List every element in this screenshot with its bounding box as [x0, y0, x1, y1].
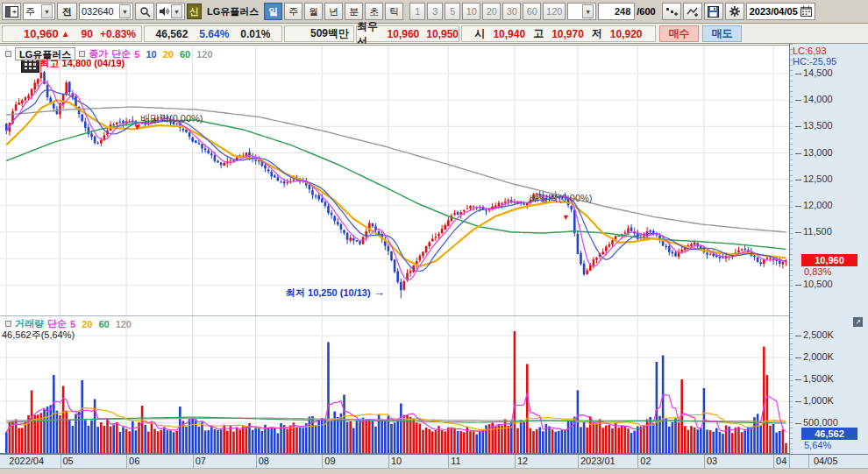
current-price-box: 10,960: [801, 254, 857, 266]
time-axis-tick: [388, 455, 389, 469]
annotation-low: 최저 10,250 (10/13) →: [286, 286, 385, 300]
time-axis-tick: [448, 455, 449, 469]
time-axis-tick: [704, 455, 705, 469]
lc-value: LC:6,93: [793, 46, 827, 56]
time-axis-label: 09: [324, 456, 335, 466]
ma-legend-item: 120: [196, 49, 212, 60]
current-volume-pct: 5,64%: [804, 440, 831, 450]
time-axis-label: 10: [391, 456, 402, 466]
volume-tick-label: 2,000K: [803, 351, 834, 362]
time-axis-label: 05: [63, 456, 74, 466]
time-axis-tick: [808, 455, 809, 469]
stock-chart-window: 주 ▼ 전 032640 ▼ ▼ 신 LG유플러스 일주월년분초틱 135102…: [0, 0, 868, 474]
annotation-ex-dividend-2: 배당락(0,00%): [530, 192, 593, 205]
collapse-toggle-icon[interactable]: [5, 321, 11, 327]
collapse-toggle-icon[interactable]: [79, 51, 85, 57]
expand-pane-icon[interactable]: ↗: [853, 317, 863, 327]
ex-dividend-marker-icon: ▼: [133, 123, 141, 131]
ma-legend-item: 10: [146, 49, 156, 60]
time-axis-tick: [789, 455, 790, 469]
price-axis[interactable]: LC:6,93 HC:-25,95 14,50014,00013,50013,0…: [789, 44, 868, 454]
ma-legend-item: 60: [98, 319, 109, 329]
ma-legend-item: 20: [163, 49, 174, 60]
price-ma-legend: 5102060120: [134, 49, 212, 60]
price-tick-label: 14,500: [803, 67, 833, 78]
price-tick-label: 13,000: [803, 147, 833, 158]
candlestick-chart[interactable]: [0, 0, 868, 474]
volume-tick-label: 1,500K: [803, 373, 834, 384]
time-axis-label: 2022/04: [9, 456, 44, 466]
time-axis-label: 03: [707, 456, 717, 466]
annotation-ex-dividend-1: 배당락(0,00%): [140, 112, 203, 125]
time-axis-tick: [256, 455, 257, 469]
price-tick-label: 10,500: [803, 279, 833, 289]
current-price-pct: 0,83%: [804, 266, 831, 277]
price-tick-label: 13,500: [803, 120, 833, 131]
price-tick-label: 11,500: [803, 226, 832, 237]
price-tick-label: 12,500: [803, 173, 833, 184]
volume-current-text: 46,562주(5,64%): [2, 329, 75, 342]
time-axis-tick: [637, 455, 638, 469]
ex-dividend-marker-icon: ▼: [562, 213, 570, 222]
time-axis-tick: [578, 455, 579, 469]
ma-legend-item: 60: [180, 49, 190, 60]
volume-ma-legend: 52060120: [70, 319, 132, 329]
price-tick-label: 12,000: [803, 200, 833, 210]
ma-legend-item: 120: [116, 319, 132, 329]
time-axis-label: 02: [640, 456, 651, 466]
current-volume-box: 46,562: [801, 428, 857, 440]
price-tick-label: 14,000: [803, 94, 833, 104]
volume-tick-label: 500,000: [803, 417, 838, 428]
annotation-high: ↑ 최고 14,800 (04/19): [32, 57, 125, 70]
time-axis-label: 04: [776, 456, 786, 466]
time-axis-tick: [193, 455, 194, 469]
time-axis-label: 11: [451, 456, 460, 466]
right-arrow-icon: →: [374, 286, 385, 299]
ma-legend-item: 5: [70, 319, 75, 329]
volume-tick-label: 2,500K: [803, 329, 834, 340]
time-axis-tick: [322, 455, 323, 469]
time-axis-label: 08: [259, 456, 269, 466]
time-axis-label: 06: [129, 456, 139, 466]
volume-tick-label: 1,000K: [803, 395, 834, 406]
hc-value: HC:-25,95: [793, 56, 836, 67]
window-bottom-edge: [0, 468, 868, 474]
time-axis-end-label: 04/05: [814, 456, 838, 466]
chart-area: LG유플러스 종가 단순 5102060120 ↑ 최고 14,800 (04/…: [0, 44, 868, 454]
time-axis-tick: [60, 455, 61, 469]
collapse-toggle-icon[interactable]: [5, 51, 11, 57]
ma-legend-item: 5: [134, 49, 139, 60]
axis-minor-ticks: [790, 44, 793, 454]
time-axis-tick: [773, 455, 774, 469]
time-axis[interactable]: 2022/0405060708091011122023/0102030404/0…: [0, 454, 868, 468]
time-axis-label: 12: [517, 456, 528, 466]
ma-legend-item: 20: [82, 319, 92, 329]
time-axis-label: 2023/01: [580, 456, 615, 466]
time-axis-tick: [126, 455, 127, 469]
time-axis-label: 07: [196, 456, 206, 466]
time-axis-tick: [515, 455, 516, 469]
